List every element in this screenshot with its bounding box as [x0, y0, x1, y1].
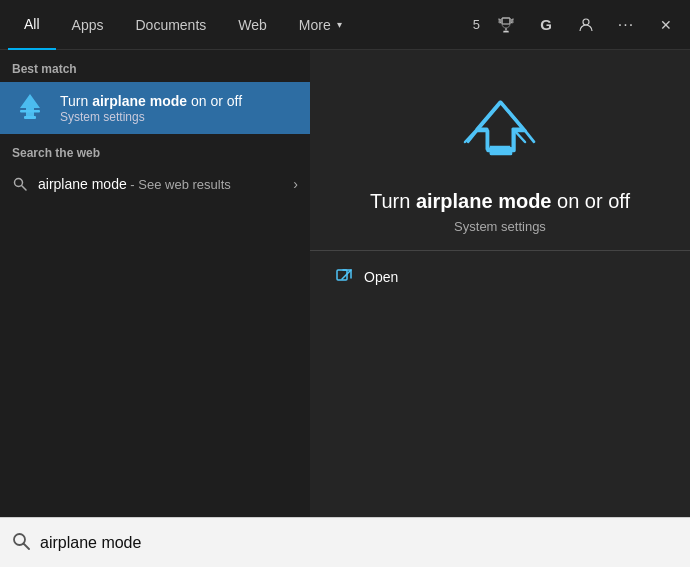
- svg-line-7: [22, 186, 26, 190]
- title-bold: airplane mode: [92, 93, 187, 109]
- search-web-label: Search the web: [0, 134, 310, 166]
- web-suffix: - See web results: [127, 177, 231, 192]
- result-title-post: on or off: [551, 190, 630, 212]
- title-post: on or off: [187, 93, 242, 109]
- title-pre: Turn: [60, 93, 92, 109]
- divider: [310, 250, 690, 251]
- result-subtitle: System settings: [454, 219, 546, 234]
- action-buttons: Open: [310, 259, 690, 295]
- svg-rect-0: [502, 18, 510, 24]
- top-bar-right: 5 G ··· ✕: [473, 9, 682, 41]
- tab-web-label: Web: [238, 17, 267, 33]
- result-title-bold: airplane mode: [416, 190, 552, 212]
- search-input[interactable]: [40, 534, 678, 552]
- tab-web[interactable]: Web: [222, 0, 283, 50]
- g-label: G: [540, 16, 552, 33]
- tab-more-label: More: [299, 17, 331, 33]
- close-icon[interactable]: ✕: [650, 9, 682, 41]
- open-label: Open: [364, 269, 398, 285]
- right-panel: Turn airplane mode on or off System sett…: [310, 50, 690, 517]
- person-icon[interactable]: [570, 9, 602, 41]
- search-bar-icon: [12, 532, 30, 554]
- ellipsis-label: ···: [618, 16, 634, 34]
- g-button[interactable]: G: [530, 9, 562, 41]
- left-panel: Best match Turn airplane mode on or off …: [0, 50, 310, 517]
- tab-apps-label: Apps: [72, 17, 104, 33]
- close-label: ✕: [660, 17, 672, 33]
- search-icon: [12, 176, 28, 192]
- web-result-text: airplane mode - See web results: [38, 176, 283, 192]
- tab-apps[interactable]: Apps: [56, 0, 120, 50]
- web-query: airplane mode: [38, 176, 127, 192]
- search-bar: [0, 517, 690, 567]
- trophy-icon[interactable]: [490, 9, 522, 41]
- tab-documents[interactable]: Documents: [119, 0, 222, 50]
- badge-count: 5: [473, 17, 480, 32]
- svg-point-3: [583, 19, 589, 25]
- best-match-item[interactable]: Turn airplane mode on or off System sett…: [0, 82, 310, 134]
- open-button[interactable]: Open: [322, 259, 678, 295]
- result-airplane-icon: [455, 90, 545, 170]
- result-title: Turn airplane mode on or off: [370, 190, 630, 213]
- result-title-pre: Turn: [370, 190, 416, 212]
- web-result-item[interactable]: airplane mode - See web results ›: [0, 166, 310, 202]
- best-match-subtitle: System settings: [60, 110, 242, 124]
- airplane-mode-icon: [12, 90, 48, 126]
- best-match-title: Turn airplane mode on or off: [60, 92, 242, 110]
- chevron-down-icon: ▾: [337, 19, 342, 30]
- more-options-icon[interactable]: ···: [610, 9, 642, 41]
- best-match-label: Best match: [0, 50, 310, 82]
- main-content: Best match Turn airplane mode on or off …: [0, 50, 690, 517]
- best-match-text: Turn airplane mode on or off System sett…: [60, 92, 242, 124]
- tab-all-label: All: [24, 16, 40, 32]
- top-navigation: All Apps Documents Web More ▾ 5 G: [0, 0, 690, 50]
- svg-line-11: [24, 543, 30, 549]
- tab-more[interactable]: More ▾: [283, 0, 358, 50]
- tab-documents-label: Documents: [135, 17, 206, 33]
- svg-rect-5: [20, 110, 40, 113]
- chevron-right-icon: ›: [293, 176, 298, 192]
- open-icon: [334, 267, 354, 287]
- tab-all[interactable]: All: [8, 0, 56, 50]
- svg-rect-4: [24, 116, 36, 119]
